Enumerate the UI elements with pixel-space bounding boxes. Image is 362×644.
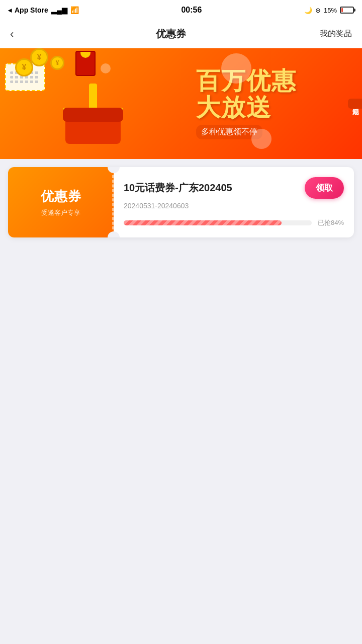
wifi-icon: 📶 (70, 6, 79, 14)
banner-title-line2: 大放送 (196, 94, 272, 121)
nav-bar: ‹ 优惠券 我的奖品 (0, 20, 362, 48)
coupon-left-panel: 优惠券 受邀客户专享 (8, 167, 114, 237)
coupon-progress-row: 已抢84% (124, 218, 344, 227)
banner-illustration: ¥ ¥ ¥ (0, 53, 186, 154)
coupon-sublabel: 受邀客户专享 (41, 208, 80, 217)
coupon-right-panel: 10元话费券-广东202405 领取 20240531-20240603 已抢8… (114, 167, 354, 237)
status-left: ◂ App Store ▂▄▆ 📶 (8, 6, 79, 14)
sparkle-1 (221, 53, 251, 84)
progress-bar-fill (124, 220, 282, 225)
sparkle-2 (251, 129, 272, 149)
status-bar: ◂ App Store ▂▄▆ 📶 00:56 🌙 ⊕ 15% (0, 0, 362, 20)
my-prizes-button[interactable]: 我的奖品 (312, 29, 352, 39)
status-time: 00:56 (181, 6, 202, 15)
coupon-date: 20240531-20240603 (124, 202, 344, 210)
battery-percent: 15% (324, 7, 337, 14)
red-envelope (75, 51, 96, 76)
battery-icon (340, 7, 354, 14)
signal-icon: ▂▄▆ (51, 6, 67, 14)
lock-icon: ⊕ (315, 7, 321, 14)
coin-1: ¥ (30, 48, 48, 66)
coupon-top-row: 10元话费券-广东202405 领取 (124, 177, 344, 199)
banner-rules[interactable]: 活动规则 (348, 99, 362, 109)
coin-2: ¥ (15, 58, 33, 76)
status-right: 🌙 ⊕ 15% (304, 7, 354, 14)
battery-fill (341, 8, 343, 12)
gift-box-lid (63, 108, 123, 122)
back-arrow-icon: ◂ (8, 6, 12, 14)
moon-icon: 🌙 (304, 7, 312, 14)
progress-bar-bg (124, 220, 312, 225)
carrier-label: App Store (15, 6, 48, 14)
gift-box (63, 84, 123, 144)
progress-text: 已抢84% (318, 218, 344, 227)
ticket-line-3 (10, 80, 40, 83)
coupon-dashed-border (112, 175, 114, 229)
coin-3: ¥ (50, 56, 64, 70)
coupon-name: 10元话费券-广东202405 (124, 181, 299, 195)
page-title: 优惠券 (156, 27, 186, 41)
banner-text: 百万优惠 大放送 多种优惠领不停 (186, 63, 362, 145)
promo-banner: ¥ ¥ ¥ 百万优惠 大放送 多种优惠领不停 活动规则 (0, 48, 362, 159)
back-button[interactable]: ‹ (10, 28, 30, 41)
coupon-card: 优惠券 受邀客户专享 10元话费券-广东202405 领取 20240531-2… (8, 167, 354, 237)
coupon-list: 优惠券 受邀客户专享 10元话费券-广东202405 领取 20240531-2… (0, 159, 362, 246)
coupon-type-label: 优惠券 (41, 188, 81, 205)
claim-button[interactable]: 领取 (305, 177, 344, 199)
